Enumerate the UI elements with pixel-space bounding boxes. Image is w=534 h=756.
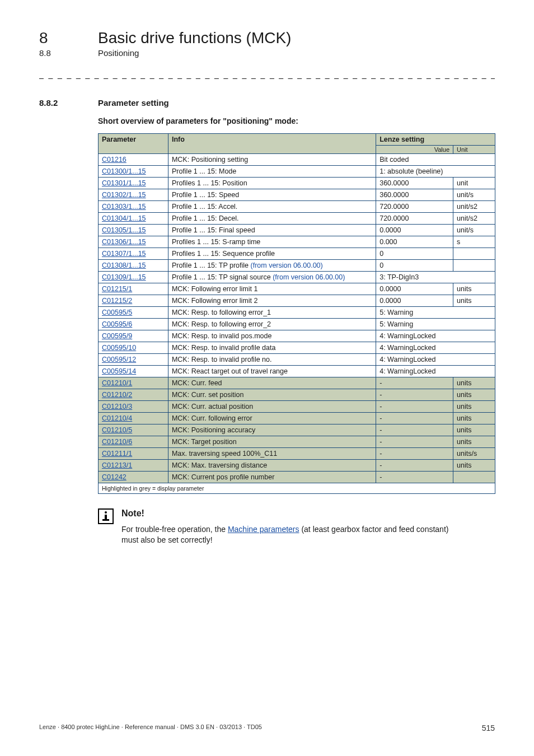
value-cell: 0: [376, 248, 453, 260]
value-cell: 0.000: [376, 236, 453, 248]
value-cell: -: [376, 389, 453, 401]
parameter-link[interactable]: C01307/1...15: [102, 250, 146, 258]
info-cell: MCK: Resp. to following error_1: [168, 307, 376, 319]
parameter-link[interactable]: C01211/1: [102, 450, 132, 458]
parameter-link[interactable]: C00595/6: [102, 320, 132, 328]
info-cell: MCK: Resp. to invalid pos.mode: [168, 330, 376, 342]
table-row: C01306/1...15Profiles 1 ... 15: S-ramp t…: [99, 236, 495, 248]
table-row: C01215/2MCK: Following error limit 20.00…: [99, 295, 495, 307]
table-row: C01210/4MCK: Curr. following error-units: [99, 413, 495, 424]
parameter-link[interactable]: C01305/1...15: [102, 226, 146, 234]
th-lenze: Lenze setting: [376, 134, 495, 146]
parameter-link[interactable]: C01215/1: [102, 285, 132, 293]
parameter-link[interactable]: C01210/4: [102, 414, 132, 422]
footer-left: Lenze · 8400 protec HighLine · Reference…: [39, 724, 262, 732]
info-cell: Profile 1 ... 15: TP signal source (from…: [168, 272, 376, 283]
table-row: C01216MCK: Positioning settingBit coded: [99, 154, 495, 166]
info-cell: MCK: Curr. following error: [168, 413, 376, 424]
table-row: C01242MCK: Current pos profile number-: [99, 472, 495, 483]
table-row: C00595/5MCK: Resp. to following error_15…: [99, 307, 495, 319]
value-cell: 720.0000: [376, 213, 453, 225]
parameter-link[interactable]: C01242: [102, 473, 127, 481]
parameter-link[interactable]: C01308/1...15: [102, 262, 146, 269]
unit-cell: units: [453, 295, 495, 307]
parameter-link[interactable]: C01300/1...15: [102, 167, 146, 175]
info-cell: Profile 1 ... 15: Accel.: [168, 201, 376, 213]
parameter-link[interactable]: C00595/9: [102, 332, 132, 340]
unit-cell: units: [453, 283, 495, 295]
parameter-link[interactable]: C01303/1...15: [102, 203, 146, 211]
info-cell: MCK: Resp. to following error_2: [168, 319, 376, 330]
unit-cell: unit/s: [453, 189, 495, 201]
info-cell: Profile 1 ... 15: TP profile (from versi…: [168, 260, 376, 272]
section-title: Positioning: [98, 48, 139, 58]
parameter-link[interactable]: C01215/2: [102, 297, 132, 305]
info-cell: Profile 1 ... 15: Mode: [168, 166, 376, 178]
value-cell: 720.0000: [376, 201, 453, 213]
table-row: C01302/1...15Profile 1 ... 15: Speed360.…: [99, 189, 495, 201]
info-cell: MCK: Curr. actual position: [168, 401, 376, 413]
value-cell: 360.0000: [376, 189, 453, 201]
parameter-link[interactable]: C01301/1...15: [102, 179, 146, 187]
parameter-link[interactable]: C01210/5: [102, 426, 132, 434]
value-cell: 0.0000: [376, 295, 453, 307]
info-cell: Profile 1 ... 15: Speed: [168, 189, 376, 201]
unit-cell: [453, 260, 495, 272]
note-text: For trouble-free operation, the Machine …: [121, 524, 457, 545]
machine-parameters-link[interactable]: Machine parameters: [228, 525, 299, 534]
table-row: C01210/3MCK: Curr. actual position-units: [99, 401, 495, 413]
unit-cell: units/s: [453, 448, 495, 460]
parameter-link[interactable]: C01210/2: [102, 391, 132, 399]
value-cell: -: [376, 424, 453, 436]
value-cell: -: [376, 401, 453, 413]
value-cell: 5: Warning: [376, 319, 495, 330]
table-row: C01303/1...15Profile 1 ... 15: Accel.720…: [99, 201, 495, 213]
value-cell: 1: absolute (beeline): [376, 166, 495, 178]
value-cell: 0.0000: [376, 225, 453, 236]
unit-cell: unit/s: [453, 225, 495, 236]
parameter-link[interactable]: C01210/1: [102, 379, 132, 387]
parameter-link[interactable]: C00595/5: [102, 309, 132, 316]
parameter-link[interactable]: C00595/12: [102, 356, 136, 363]
parameter-link[interactable]: C01306/1...15: [102, 238, 146, 246]
subsection-title: Parameter setting: [98, 98, 169, 108]
th-unit: Unit: [453, 146, 495, 154]
chapter-number: 8: [39, 29, 98, 47]
info-cell: Profiles 1 ... 15: Sequence profile: [168, 248, 376, 260]
table-row: C00595/14MCK: React target out of travel…: [99, 366, 495, 377]
page-number: 515: [482, 724, 495, 732]
unit-cell: s: [453, 236, 495, 248]
parameter-link[interactable]: C00595/10: [102, 344, 136, 352]
table-row: C01301/1...15Profiles 1 ... 15: Position…: [99, 178, 495, 189]
value-cell: Bit coded: [376, 154, 495, 166]
unit-cell: units: [453, 389, 495, 401]
info-cell: MCK: Resp. to invalid profile data: [168, 342, 376, 354]
parameter-link[interactable]: C01216: [102, 156, 127, 164]
unit-cell: units: [453, 377, 495, 389]
value-cell: 0.0000: [376, 283, 453, 295]
unit-cell: unit/s2: [453, 201, 495, 213]
table-row: C01300/1...15Profile 1 ... 15: Mode1: ab…: [99, 166, 495, 178]
unit-cell: unit/s2: [453, 213, 495, 225]
unit-cell: units: [453, 413, 495, 424]
value-cell: 4: WarningLocked: [376, 354, 495, 366]
value-cell: 4: WarningLocked: [376, 330, 495, 342]
table-row: C00595/9MCK: Resp. to invalid pos.mode4:…: [99, 330, 495, 342]
parameter-link[interactable]: C01210/6: [102, 438, 132, 446]
info-cell: MCK: Following error limit 2: [168, 295, 376, 307]
parameter-link[interactable]: C00595/14: [102, 367, 136, 375]
parameter-link[interactable]: C01304/1...15: [102, 214, 146, 222]
parameter-link[interactable]: C01213/1: [102, 461, 132, 469]
table-row: C01210/5MCK: Positioning accuracy-units: [99, 424, 495, 436]
table-row: C01210/6MCK: Target position-units: [99, 436, 495, 448]
info-cell: MCK: Target position: [168, 436, 376, 448]
divider: _ _ _ _ _ _ _ _ _ _ _ _ _ _ _ _ _ _ _ _ …: [39, 70, 495, 79]
table-row: C01215/1MCK: Following error limit 10.00…: [99, 283, 495, 295]
table-row: C01211/1Max. traversing speed 100%_C11-u…: [99, 448, 495, 460]
parameter-link[interactable]: C01210/3: [102, 403, 132, 410]
parameter-link[interactable]: C01309/1...15: [102, 273, 146, 281]
parameter-link[interactable]: C01302/1...15: [102, 191, 146, 199]
value-cell: 4: WarningLocked: [376, 366, 495, 377]
value-cell: 5: Warning: [376, 307, 495, 319]
note-text-pre: For trouble-free operation, the: [121, 525, 228, 534]
